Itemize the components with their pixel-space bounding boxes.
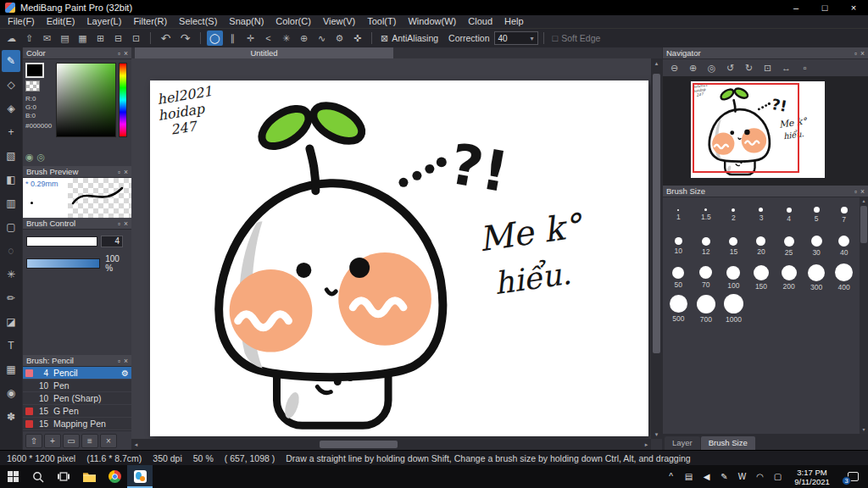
scroll-right-arrow[interactable]: ▸ xyxy=(642,439,651,450)
brush-size-option[interactable]: 200 xyxy=(775,262,803,293)
eraser-tool-icon[interactable]: ◇ xyxy=(2,74,20,96)
soft-edge-checkbox[interactable]: □ Soft Edge xyxy=(553,33,601,43)
hand-tool-icon[interactable]: ✽ xyxy=(2,406,20,428)
float-panel-icon[interactable]: ▫ xyxy=(118,49,120,58)
brush-size-option[interactable]: 3 xyxy=(748,199,776,230)
scroll-left-arrow[interactable]: ◂ xyxy=(131,439,141,450)
delete-button[interactable]: × xyxy=(100,434,117,448)
upload-button[interactable]: ⇧ xyxy=(25,434,42,448)
select-pen-tool-icon[interactable]: ✏ xyxy=(2,287,20,309)
select-eraser-tool-icon[interactable]: ◪ xyxy=(2,311,20,333)
fullscreen-icon[interactable]: ↔ xyxy=(777,61,795,75)
gradient-tool-icon[interactable]: ▥ xyxy=(2,192,20,214)
close-button[interactable]: × xyxy=(839,0,868,15)
wacom-center-icon[interactable]: W xyxy=(733,465,751,488)
menu-item[interactable]: Select(S) xyxy=(173,15,223,28)
reset-view-icon[interactable]: ⊡ xyxy=(759,61,776,75)
brush-size-option[interactable]: 30 xyxy=(803,230,831,262)
refresh-view-icon[interactable]: ▫ xyxy=(796,61,814,75)
brush-size-option[interactable]: 700 xyxy=(693,293,721,324)
close-panel-icon[interactable]: × xyxy=(124,357,128,365)
menu-item[interactable]: Cloud xyxy=(462,15,498,28)
brush-size-option[interactable]: 15 xyxy=(720,230,748,262)
brush-size-option[interactable]: 150 xyxy=(748,262,776,293)
touch-keyboard-icon[interactable]: ▤ xyxy=(680,465,698,488)
float-panel-icon[interactable]: ▫ xyxy=(854,187,857,196)
brush-size-option[interactable]: 7 xyxy=(830,199,858,230)
brush-size-option[interactable]: 100 xyxy=(720,262,748,293)
menu-item[interactable]: View(V) xyxy=(317,15,361,28)
brush-size-option[interactable]: 500 xyxy=(665,293,693,324)
menu-item[interactable]: File(F) xyxy=(2,15,41,28)
snap-settings-icon[interactable]: ⚙ xyxy=(331,30,348,46)
brush-size-option[interactable]: 1.5 xyxy=(693,199,721,230)
brush-size-option[interactable]: 400 xyxy=(830,262,858,293)
menu-item[interactable]: Help xyxy=(498,15,530,28)
pen-icon[interactable]: ✎ xyxy=(715,465,733,488)
saturation-value-picker[interactable] xyxy=(56,63,116,137)
scroll-down-arrow[interactable]: ▾ xyxy=(860,426,868,434)
foreground-color-swatch[interactable] xyxy=(25,63,44,78)
menu-item[interactable]: Window(W) xyxy=(402,15,462,28)
document-tab[interactable]: Untitled xyxy=(135,47,393,58)
brush-list-item[interactable]: 15 G Pen ⚙ xyxy=(23,405,131,418)
brush-size-option[interactable]: 10 xyxy=(665,230,693,262)
parallel-snap-icon[interactable]: ∥ xyxy=(225,30,241,46)
canvas-viewport[interactable] xyxy=(131,58,651,439)
antialiasing-checkbox[interactable]: ⊠ AntiAliasing xyxy=(381,33,438,44)
hidden-icons-chevron[interactable]: ^ xyxy=(662,465,680,488)
brush-list-item[interactable]: 10 Pen ⚙ xyxy=(23,380,131,392)
close-panel-icon[interactable]: × xyxy=(860,49,865,58)
ellipse-snap-icon[interactable]: ⊕ xyxy=(296,30,312,46)
brush-list-item[interactable]: 15 Mapping Pen ⚙ xyxy=(23,418,131,430)
menu-item[interactable]: Tool(T) xyxy=(361,15,402,28)
menu-item[interactable]: Snap(N) xyxy=(223,15,270,28)
move-tool-icon[interactable]: + xyxy=(2,121,20,143)
float-panel-icon[interactable]: ▫ xyxy=(118,168,120,176)
brush-opacity-slider[interactable] xyxy=(26,258,100,269)
select-tool-icon[interactable]: ▢ xyxy=(2,216,20,238)
float-panel-icon[interactable]: ▫ xyxy=(854,49,857,58)
magic-wand-tool-icon[interactable]: ✳ xyxy=(2,263,20,286)
float-panel-icon[interactable]: ▫ xyxy=(118,357,120,365)
divider-icon[interactable]: ⊟ xyxy=(110,30,126,46)
bucket-tool-icon[interactable]: ◧ xyxy=(2,169,20,191)
snap-off-icon[interactable]: ◯ xyxy=(207,30,223,46)
float-panel-icon[interactable]: ▫ xyxy=(118,219,120,228)
brush-size-option[interactable]: 50 xyxy=(665,262,693,293)
snap-cursor-icon[interactable]: ✜ xyxy=(349,30,365,46)
brush-size-option[interactable]: 4 xyxy=(775,199,803,230)
brush-size-option[interactable]: 20 xyxy=(748,230,776,262)
brush-size-option[interactable]: 5 xyxy=(803,199,831,230)
pixel-grid-icon[interactable]: ▦ xyxy=(75,30,91,46)
cloud-icon[interactable]: ☁ xyxy=(3,30,19,46)
maximize-button[interactable]: □ xyxy=(810,0,839,15)
palette-icon[interactable]: ◎ xyxy=(37,152,46,163)
curve-snap-icon[interactable]: ∿ xyxy=(314,30,330,46)
layout-icon[interactable]: ⊡ xyxy=(128,30,144,46)
export-icon[interactable]: ⇧ xyxy=(21,30,37,46)
dock-tab[interactable]: Brush Size xyxy=(701,436,755,450)
material-panel-icon[interactable]: ▤ xyxy=(57,30,73,46)
zoom-out-icon[interactable]: ⊖ xyxy=(665,61,683,75)
task-view-button[interactable] xyxy=(51,465,76,488)
zoom-fit-icon[interactable]: ◎ xyxy=(703,61,721,75)
brush-list-item[interactable]: 4 Pencil ⚙ xyxy=(23,367,131,380)
medibang-taskbar-button[interactable] xyxy=(127,465,153,488)
grid-icon[interactable]: ⊞ xyxy=(92,30,108,46)
navigator-thumbnail[interactable] xyxy=(691,81,825,178)
eyedropper-tool-icon[interactable]: ◉ xyxy=(2,382,20,404)
redo-button[interactable]: ↷ xyxy=(176,30,194,46)
horizontal-scroll-thumb[interactable] xyxy=(320,441,398,448)
action-center-button[interactable]: 3 xyxy=(837,465,868,488)
color-wheel-icon[interactable]: ◉ xyxy=(25,152,34,163)
background-color-swatch[interactable] xyxy=(25,80,40,92)
brush-size-option[interactable]: 300 xyxy=(803,262,831,293)
taskbar-clock[interactable]: 3:17 PM 9/11/2021 xyxy=(787,467,837,486)
dock-tab[interactable]: Layer xyxy=(665,436,700,450)
canvas-vertical-scrollbar[interactable]: ▴ ▾ xyxy=(651,58,662,439)
frame-divide-tool-icon[interactable]: ▦ xyxy=(2,358,20,380)
brush-tool-icon[interactable]: ✎ xyxy=(2,50,20,72)
wifi-icon[interactable]: ◠ xyxy=(751,465,769,488)
brush-size-option[interactable]: 12 xyxy=(693,230,721,262)
